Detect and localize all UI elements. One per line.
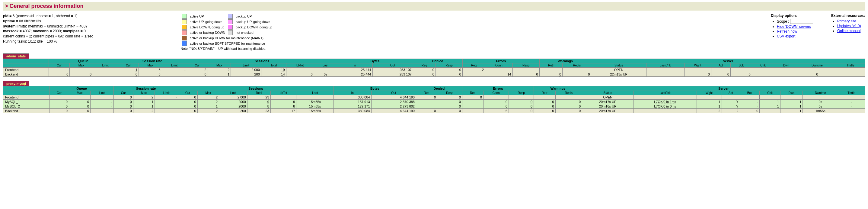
cell-chk — [752, 72, 774, 77]
cell-lastchk: L7OK/0 in 1ms — [633, 100, 696, 104]
cell-sr_cur: 0 — [114, 100, 133, 104]
cell-dwntme: 0 — [798, 72, 836, 77]
cell-bck: 0 — [731, 72, 752, 77]
cell-dwn: 1 — [780, 104, 803, 109]
cell-last — [297, 95, 334, 100]
csv-export-link[interactable]: CSV export — [777, 34, 795, 38]
legend-label: active or backup SOFT STOPPED for mainte… — [189, 41, 274, 46]
col-header: Cur — [118, 63, 138, 68]
scope-label: Scope : — [777, 19, 789, 24]
col-group: Queue — [49, 59, 118, 63]
col-header: Limit — [231, 63, 261, 68]
cell-chk: 1 — [760, 100, 780, 104]
col-header: Req — [413, 63, 435, 68]
legend-swatch — [181, 19, 189, 25]
cell-act — [711, 68, 731, 72]
cell-act: Y — [722, 104, 740, 109]
cell-dwn — [774, 72, 798, 77]
manual-link[interactable]: Online manual — [837, 29, 861, 33]
cell-sr_lim — [155, 109, 178, 113]
cell-d_req — [416, 100, 437, 104]
cell-act: Y — [722, 100, 740, 104]
legend-note: Note: "NOLB"/"DRAIN" = UP with load-bala… — [181, 47, 274, 51]
cell-q_max: 0 — [69, 104, 90, 109]
cell-sr_max: 3 — [139, 72, 162, 77]
col-header: Limit — [155, 91, 178, 95]
table-row: Backend000202200231715m35s330 0844 644 1… — [3, 109, 865, 113]
hide-down-link[interactable]: Hide 'DOWN' servers — [777, 25, 811, 29]
cell-q_lim: - — [91, 104, 114, 109]
cell-dwntme: 1m55s — [803, 109, 838, 113]
updates-link[interactable]: Updates (v1.9) — [837, 24, 861, 28]
col-header: Conn — [483, 91, 508, 95]
col-header: LbTot — [286, 63, 314, 68]
legend-swatch — [227, 19, 235, 25]
cell-dwntme: 0s — [803, 104, 838, 109]
maxsock-value: 4037; — [23, 29, 33, 33]
cell-w_redis: 0 — [555, 109, 582, 113]
cell-q_lim: - — [91, 100, 114, 104]
proxy-title[interactable]: proxy-mysql — [3, 81, 29, 86]
stats-table: QueueSession rateSessionsBytesDeniedErro… — [3, 59, 865, 77]
cell-s_cur: 0 — [178, 100, 197, 104]
col-header: Max — [69, 91, 90, 95]
primary-site-link[interactable]: Primary site — [837, 19, 856, 23]
col-header: Bck — [731, 63, 752, 68]
cell-bck — [731, 68, 752, 72]
cell-q_cur: 0 — [50, 104, 69, 109]
col-header: Wght — [696, 91, 722, 95]
cell-b_in: 330 084 — [334, 95, 371, 100]
cell-s_tot: 23 — [247, 109, 271, 113]
col-header: Max — [133, 91, 155, 95]
cell-thrtle — [838, 109, 865, 113]
col-header: Redis — [563, 63, 591, 68]
cell-e_resp: 0 — [509, 104, 534, 109]
col-header: Wght — [684, 63, 711, 68]
cell-e_resp — [509, 95, 534, 100]
cell-s_tot: 9 — [247, 100, 271, 104]
col-group: Errors — [462, 59, 539, 63]
uptime-value: 0d 0h22m13s — [19, 19, 41, 23]
cell-s_cur: 0 — [178, 109, 197, 113]
status-legend: active UPbackup UPactive UP, going downb… — [181, 13, 274, 51]
col-header: Req — [416, 91, 437, 95]
col-header: Cur — [187, 63, 208, 68]
cell-name: Frontend — [3, 95, 50, 100]
scope-input[interactable] — [790, 19, 813, 24]
cell-lbtot: 0 — [286, 72, 314, 77]
external-resources: External resources: Primary site Updates… — [831, 13, 865, 51]
col-header: Max — [208, 63, 231, 68]
cell-sr_lim: - — [162, 68, 187, 72]
col-header: Resp — [435, 63, 462, 68]
cell-sr_max: 2 — [133, 95, 155, 100]
cell-q_lim — [91, 109, 114, 113]
refresh-link[interactable]: Refresh now — [777, 29, 797, 33]
cell-last: 0s — [314, 72, 337, 77]
col-group: Warnings — [534, 86, 582, 91]
col-header: Last — [314, 63, 337, 68]
col-header: Dwntme — [803, 91, 838, 95]
legend-label: backup UP — [235, 13, 274, 19]
col-group: Queue — [50, 86, 114, 91]
stats-table: QueueSession rateSessionsBytesDeniedErro… — [3, 86, 865, 113]
cell-q_max — [69, 95, 90, 100]
col-header: Retr — [539, 63, 563, 68]
cell-wght: 1 — [696, 100, 722, 104]
cell-b_out: 4 644 190 — [371, 95, 416, 100]
cell-s_lim: 2000 — [219, 100, 247, 104]
col-header: Limit — [219, 91, 247, 95]
col-header: Dwntme — [798, 63, 836, 68]
col-header: In — [334, 91, 371, 95]
table-row: Frontend13-222 0001925 444253 107002OPEN — [3, 68, 865, 72]
cell-e_resp: 0 — [513, 72, 539, 77]
cell-d_req: 0 — [413, 72, 435, 77]
cell-thrtle: - — [838, 104, 865, 109]
cell-dwntme: 0s — [803, 100, 838, 104]
cell-sr_lim — [155, 104, 178, 109]
cell-b_in: 330 084 — [334, 109, 371, 113]
cell-s_cur: 0 — [187, 72, 208, 77]
col-header: Act — [722, 91, 740, 95]
cell-q_cur: 0 — [50, 109, 69, 113]
cell-thrtle — [838, 95, 865, 100]
proxy-title[interactable]: admin_stats — [3, 54, 29, 59]
